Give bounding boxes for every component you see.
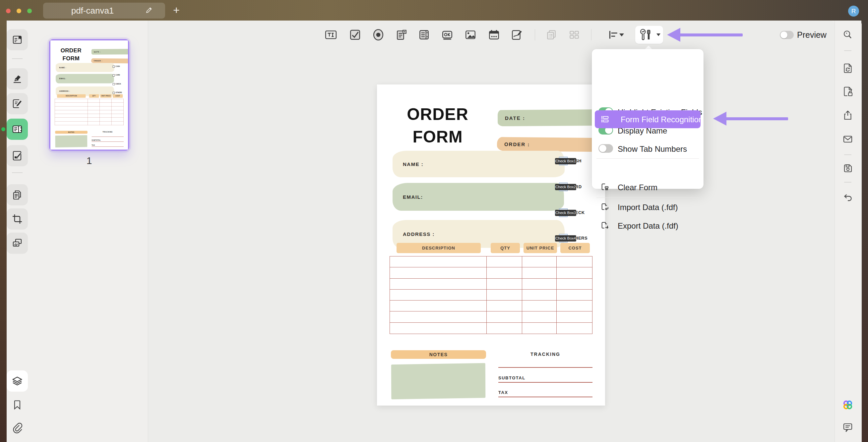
protect-button[interactable]	[842, 86, 854, 97]
form-tools-menu: Highlight Existing Fields Display Name S…	[592, 49, 704, 189]
new-tab-button[interactable]: +	[170, 3, 183, 16]
payment-checkbox[interactable]	[113, 74, 115, 76]
image-field-tool[interactable]	[464, 29, 477, 41]
table-header: DESCRIPTION	[397, 243, 481, 253]
order-form-page: ORDER FORM DATE : ORDER : NAME : EMAIL: …	[377, 84, 605, 406]
date-field-area: DATE :	[92, 49, 128, 54]
reader-icon	[11, 34, 23, 46]
duplicate-fields-tool[interactable]	[545, 29, 558, 41]
name-field-area: NAME :	[393, 151, 565, 177]
push-button-tool[interactable]	[441, 29, 454, 41]
alignment-tool[interactable]	[607, 29, 620, 41]
payment-checkbox[interactable]	[113, 92, 115, 94]
sidebar-item-attachment[interactable]	[7, 417, 28, 438]
toolbar-divider	[591, 29, 591, 40]
sidebar-item-sign[interactable]	[7, 145, 28, 166]
payment-option-row: OTHERS Check Box4	[113, 91, 128, 94]
toggle-off[interactable]	[598, 144, 613, 153]
zoom-button[interactable]	[27, 9, 32, 13]
menu-item-show-tab-numbers[interactable]: Show Tab Numbers	[592, 141, 704, 156]
order-table	[55, 99, 124, 125]
order-field-area: ORDER :	[497, 137, 605, 152]
form-tools-button[interactable]	[635, 26, 663, 44]
push-button-icon	[441, 29, 454, 41]
menu-item-form-field-recognition[interactable]: Form Field Recognition	[595, 110, 701, 128]
preview-label: Preview	[797, 30, 827, 40]
payment-option-label: CHECK	[116, 83, 121, 85]
share-button[interactable]	[842, 110, 854, 121]
document-title: ORDER FORM	[58, 47, 84, 62]
sidebar-item-comment[interactable]	[7, 68, 28, 90]
tax-line	[92, 146, 124, 147]
sidebar-item-bookmark[interactable]	[7, 394, 28, 415]
date-field-icon	[488, 29, 500, 41]
save-button[interactable]	[842, 163, 854, 174]
table-header: COST	[560, 243, 590, 253]
subtotal-label: SUBTOTAL	[498, 375, 526, 380]
ai-assistant-button[interactable]	[842, 399, 854, 410]
sidebar-item-crop[interactable]	[7, 208, 28, 230]
payment-checkbox[interactable]	[113, 83, 115, 85]
mail-icon	[842, 134, 854, 145]
sidebar-divider	[12, 58, 23, 59]
pdf-page[interactable]: ORDER FORM DATE : ORDER : NAME : EMAIL: …	[377, 84, 605, 406]
ocr-icon	[11, 237, 23, 249]
ai-assistant-icon	[842, 399, 854, 410]
sidebar-item-form[interactable]	[7, 118, 28, 140]
layout-grid-tool[interactable]	[568, 29, 581, 41]
check-box-tool[interactable]	[349, 29, 362, 41]
image-field-icon	[464, 29, 477, 41]
undo-icon	[842, 192, 854, 203]
menu-item-clear-form[interactable]: Clear Form	[592, 179, 704, 195]
form-field-name-badge: Check Box2	[555, 184, 576, 190]
layers-icon	[11, 375, 23, 387]
sidebar-item-reader[interactable]	[7, 29, 28, 50]
order-field-area: ORDER :	[91, 58, 128, 63]
minimize-button[interactable]	[17, 9, 21, 13]
signature-field-tool[interactable]	[510, 29, 523, 41]
tracking-line	[498, 367, 592, 368]
menu-item-import-data[interactable]: Import Data (.fdf)	[592, 200, 704, 215]
document-title: ORDER FORM	[400, 103, 475, 148]
notes-header: NOTES	[55, 131, 88, 134]
rename-pencil-icon[interactable]	[145, 7, 153, 14]
radio-button-tool[interactable]	[372, 29, 384, 41]
alignment-caret-icon[interactable]	[619, 33, 624, 36]
avatar[interactable]: R	[848, 6, 859, 16]
sidebar-item-pages[interactable]	[7, 184, 28, 205]
tools-wrench-icon	[639, 29, 652, 42]
export-data-icon	[600, 221, 610, 230]
notes-area	[55, 135, 88, 147]
tax-label: TAX	[92, 144, 95, 146]
form-icon	[11, 123, 23, 135]
text-field-tool[interactable]	[324, 29, 337, 41]
duplicate-fields-icon	[545, 29, 558, 41]
form-field-name-badge: Check Box4	[555, 235, 576, 242]
pages-icon	[11, 189, 23, 201]
tax-line	[498, 397, 592, 397]
email-field-area: EMAIL:	[393, 183, 564, 211]
sidebar-divider	[844, 182, 851, 182]
menu-item-export-data[interactable]: Export Data (.fdf)	[592, 218, 704, 233]
list-box-tool[interactable]	[418, 29, 430, 41]
sidebar-item-ocr[interactable]	[7, 233, 28, 254]
combo-box-tool[interactable]	[395, 29, 407, 41]
desktop-edge-left	[0, 21, 7, 442]
email-field-area: EMAIL:	[56, 74, 114, 83]
convert-button[interactable]	[842, 63, 854, 74]
sidebar-item-layers[interactable]	[7, 370, 28, 392]
comment-bubble-icon	[842, 422, 854, 433]
comment-panel-button[interactable]	[842, 422, 854, 433]
search-button[interactable]	[842, 29, 854, 40]
close-button[interactable]	[6, 9, 10, 13]
edit-icon	[11, 98, 23, 110]
page-thumbnail[interactable]: ORDER FORM DATE : ORDER : NAME : EMAIL: …	[49, 39, 129, 151]
notes-header: NOTES	[391, 350, 486, 359]
text-field-icon	[324, 29, 337, 41]
mail-button[interactable]	[842, 134, 854, 145]
save-icon	[842, 163, 854, 174]
date-field-tool[interactable]	[488, 29, 500, 41]
undo-button[interactable]	[842, 192, 854, 203]
sidebar-item-edit[interactable]	[7, 93, 28, 114]
payment-checkbox[interactable]	[113, 66, 115, 68]
